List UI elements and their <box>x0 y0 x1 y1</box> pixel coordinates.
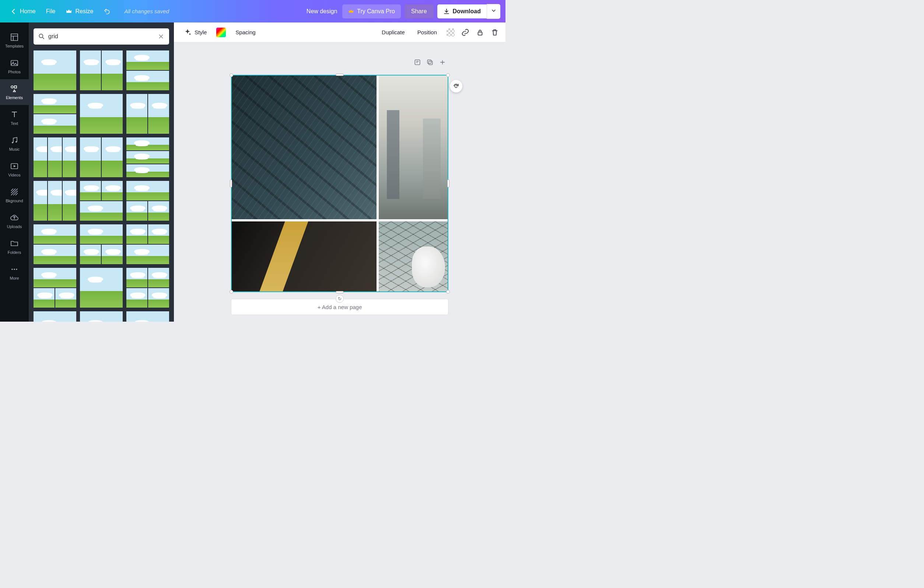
grid-option[interactable] <box>80 137 123 177</box>
grid-option[interactable] <box>126 137 169 177</box>
selection-edge[interactable] <box>336 291 344 293</box>
try-pro-button[interactable]: Try Canva Pro <box>342 5 401 18</box>
selection-edge[interactable] <box>230 179 232 188</box>
selection-edge[interactable] <box>447 179 449 188</box>
new-design-button[interactable]: New design <box>301 5 343 18</box>
sidebar-item-music[interactable]: Music <box>0 131 29 157</box>
grid-option[interactable] <box>33 311 76 322</box>
position-button[interactable]: Position <box>414 27 440 38</box>
grid-cell-image[interactable] <box>232 76 376 219</box>
selection-handle[interactable] <box>446 73 450 77</box>
top-bar: Home File Resize All changes saved New d… <box>0 0 505 23</box>
add-page-icon[interactable] <box>439 59 446 66</box>
sidebar-item-elements[interactable]: Elements <box>0 79 29 105</box>
refresh-icon <box>453 83 459 89</box>
grid-option[interactable] <box>33 225 76 264</box>
download-dropdown[interactable] <box>487 4 500 19</box>
page-actions <box>414 59 446 66</box>
grid-option[interactable] <box>80 94 123 134</box>
duplicate-button[interactable]: Duplicate <box>379 27 408 38</box>
grid-option[interactable] <box>80 268 123 308</box>
share-label: Share <box>411 8 427 15</box>
sidebar-item-uploads[interactable]: Uploads <box>0 208 29 234</box>
canvas-area: Style Spacing Duplicate Position <box>174 23 505 322</box>
selection-handle[interactable] <box>446 290 450 294</box>
download-button[interactable]: Download <box>437 5 487 18</box>
grid-option[interactable] <box>80 311 123 322</box>
sidebar-item-label: Videos <box>8 173 20 177</box>
uploads-icon <box>10 213 19 222</box>
lock-icon[interactable] <box>476 28 484 36</box>
sidebar-item-text[interactable]: Text <box>0 105 29 131</box>
grid-option[interactable] <box>126 311 169 322</box>
color-swatch[interactable] <box>216 28 226 37</box>
resize-button[interactable]: Resize <box>60 5 98 18</box>
grid-option[interactable] <box>33 268 76 308</box>
duplicate-page-icon[interactable] <box>426 59 434 66</box>
design-page[interactable] <box>231 75 448 292</box>
grid-results <box>33 51 169 322</box>
sidebar-item-videos[interactable]: Videos <box>0 157 29 182</box>
sidebar-item-photos[interactable]: Photos <box>0 53 29 79</box>
download-label: Download <box>453 8 481 15</box>
clear-icon[interactable] <box>157 33 165 40</box>
grid-option[interactable] <box>126 268 169 308</box>
search-box[interactable] <box>33 28 169 45</box>
transparency-button[interactable] <box>447 28 455 36</box>
grid-frame[interactable] <box>232 76 448 291</box>
spacing-label: Spacing <box>236 29 255 35</box>
grid-option[interactable] <box>33 137 76 177</box>
photos-icon <box>10 59 19 68</box>
canvas-viewport[interactable]: ↻ + Add a new page <box>174 42 505 322</box>
link-icon[interactable] <box>461 28 469 36</box>
sidebar-item-more[interactable]: More <box>0 260 29 286</box>
sidebar-item-label: Templates <box>5 44 23 48</box>
resize-label: Resize <box>75 8 93 15</box>
home-button[interactable]: Home <box>5 5 41 18</box>
grid-cell-image[interactable] <box>379 76 448 219</box>
grid-option[interactable] <box>80 181 123 221</box>
sync-icon: ↻ <box>336 295 344 303</box>
notes-icon[interactable] <box>414 59 421 66</box>
svg-point-5 <box>15 141 17 142</box>
new-design-label: New design <box>307 8 337 15</box>
search-icon <box>38 33 45 40</box>
videos-icon <box>10 162 19 170</box>
trash-icon[interactable] <box>491 28 499 36</box>
grid-option[interactable] <box>126 181 169 221</box>
grid-option[interactable] <box>126 51 169 90</box>
sidebar-item-templates[interactable]: Templates <box>0 28 29 53</box>
style-label: Style <box>195 29 207 35</box>
refresh-button[interactable] <box>450 80 462 92</box>
share-button[interactable]: Share <box>404 5 434 18</box>
grid-option[interactable] <box>33 181 76 221</box>
folders-icon <box>10 239 19 248</box>
save-status: All changes saved <box>124 8 169 14</box>
elements-panel <box>29 23 174 322</box>
selection-handle[interactable] <box>229 290 233 294</box>
grid-option[interactable] <box>80 225 123 264</box>
grid-option[interactable] <box>126 225 169 264</box>
grid-option[interactable] <box>33 94 76 134</box>
style-button[interactable]: Style <box>180 26 210 39</box>
templates-icon <box>10 33 19 41</box>
sidebar-item-background[interactable]: Bkground <box>0 182 29 208</box>
grid-option[interactable] <box>126 94 169 134</box>
grid-option[interactable] <box>80 51 123 90</box>
grid-cell-image[interactable] <box>379 221 448 291</box>
spacing-button[interactable]: Spacing <box>233 27 258 38</box>
sidebar-item-folders[interactable]: Folders <box>0 234 29 260</box>
search-input[interactable] <box>45 33 157 40</box>
file-menu[interactable]: File <box>41 5 61 18</box>
selection-edge[interactable] <box>336 74 344 76</box>
add-page-button[interactable]: ↻ + Add a new page <box>231 299 448 315</box>
grid-cell-image[interactable] <box>232 221 376 291</box>
background-icon <box>10 188 19 197</box>
sidebar-item-label: Photos <box>8 69 21 74</box>
grid-option[interactable] <box>33 51 76 90</box>
sidebar-item-label: Folders <box>8 250 21 254</box>
svg-point-10 <box>39 34 43 38</box>
undo-button[interactable] <box>98 5 116 18</box>
sidebar-item-label: Bkground <box>5 198 23 203</box>
selection-handle[interactable] <box>229 73 233 77</box>
